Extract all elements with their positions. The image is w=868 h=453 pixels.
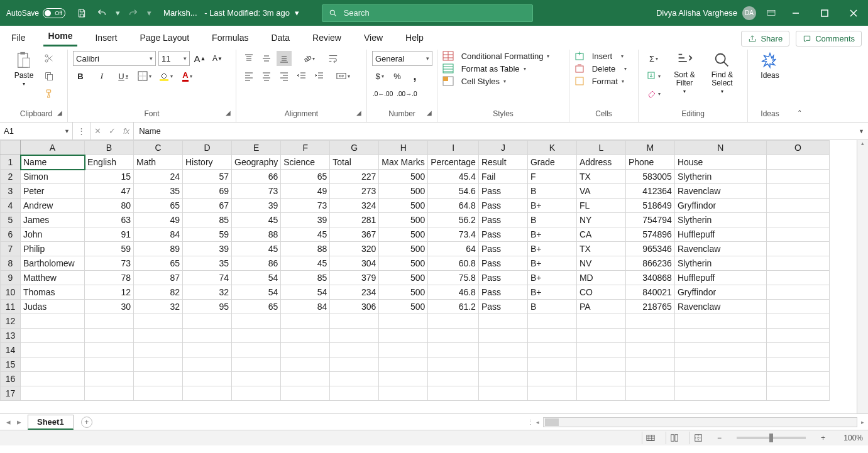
cell-F8[interactable]: 45 [281,256,330,271]
cell-D16[interactable] [183,372,232,386]
cell-D1[interactable]: History [183,155,232,170]
cell-E3[interactable]: 73 [232,184,281,199]
alignment-launcher[interactable]: ◢ [356,109,361,116]
cell-J6[interactable]: Pass [478,227,527,242]
col-header-G[interactable]: G [330,141,379,155]
cell-A15[interactable] [21,357,85,372]
row-header-2[interactable]: 2 [1,170,21,184]
cell-I16[interactable] [428,372,479,386]
cell-E14[interactable] [232,343,281,357]
cell-B4[interactable]: 80 [85,199,134,213]
cell-O12[interactable] [766,314,829,329]
cell-K5[interactable]: B [527,213,576,227]
cell-N3[interactable]: Ravenclaw [674,184,766,199]
cell-E7[interactable]: 45 [232,242,281,256]
cell-H4[interactable]: 500 [379,199,428,213]
cell-M6[interactable]: 574896 [625,227,674,242]
paste-button[interactable]: Paste ▾ [10,51,38,87]
cell-N6[interactable]: Hufflepuff [674,227,766,242]
cell-H14[interactable] [379,343,428,357]
number-format-combo[interactable]: General▾ [372,51,432,66]
copy-button[interactable] [41,68,57,84]
zoom-in-button[interactable]: + [817,434,829,442]
cell-O4[interactable] [766,199,829,213]
cell-L11[interactable]: PA [576,300,625,314]
font-color-button[interactable]: A▾ [180,68,195,84]
cell-L6[interactable]: CA [576,227,625,242]
col-header-M[interactable]: M [625,141,674,155]
cell-N10[interactable]: Gryffindor [674,285,766,300]
cell-G8[interactable]: 304 [330,256,379,271]
cell-F4[interactable]: 73 [281,199,330,213]
cell-D4[interactable]: 67 [183,199,232,213]
cell-N7[interactable]: Ravenclaw [674,242,766,256]
cell-F7[interactable]: 88 [281,242,330,256]
col-header-F[interactable]: F [281,141,330,155]
cell-H7[interactable]: 500 [379,242,428,256]
cell-J1[interactable]: Result [478,155,527,170]
cell-G16[interactable] [330,372,379,386]
cell-B13[interactable] [85,329,134,343]
cell-L2[interactable]: TX [576,170,625,184]
align-right-button[interactable] [277,68,292,84]
font-launcher[interactable]: ◢ [226,109,231,116]
cell-H17[interactable] [379,386,428,401]
cell-A13[interactable] [21,329,85,343]
find-select-button[interactable]: Find & Select▾ [705,51,739,94]
cell-M2[interactable]: 583005 [625,170,674,184]
cell-H2[interactable]: 500 [379,170,428,184]
cell-G11[interactable]: 306 [330,300,379,314]
cell-L17[interactable] [576,386,625,401]
cell-H1[interactable]: Max Marks [379,155,428,170]
cell-J2[interactable]: Fail [478,170,527,184]
row-header-5[interactable]: 5 [1,213,21,227]
cell-N14[interactable] [674,343,766,357]
ribbon-tab-file[interactable]: File [6,29,31,46]
cell-L1[interactable]: Address [576,155,625,170]
cell-M16[interactable] [625,372,674,386]
cell-L15[interactable] [576,357,625,372]
row-header-17[interactable]: 17 [1,386,21,401]
underline-button[interactable]: U▾ [116,68,131,84]
cell-J11[interactable]: Pass [478,300,527,314]
cell-A14[interactable] [21,343,85,357]
cancel-formula-icon[interactable]: ✕ [94,126,101,136]
undo-split-icon[interactable]: ▾ [112,3,123,23]
cell-K2[interactable]: F [527,170,576,184]
cell-L16[interactable] [576,372,625,386]
cell-N15[interactable] [674,357,766,372]
cell-G12[interactable] [330,314,379,329]
cell-I14[interactable] [428,343,479,357]
sheet-nav-next[interactable]: ▸ [17,417,21,427]
cell-B8[interactable]: 73 [85,256,134,271]
col-header-O[interactable]: O [766,141,829,155]
italic-button[interactable]: I [94,68,109,84]
cell-I5[interactable]: 56.2 [428,213,479,227]
cell-O2[interactable] [766,170,829,184]
increase-indent-button[interactable] [312,68,327,84]
col-header-N[interactable]: N [674,141,766,155]
col-header-J[interactable]: J [478,141,527,155]
decrease-font-button[interactable]: A▼ [210,51,225,66]
cell-B17[interactable] [85,386,134,401]
cell-C11[interactable]: 32 [134,300,183,314]
cell-M7[interactable]: 965346 [625,242,674,256]
cell-J4[interactable]: Pass [478,199,527,213]
col-header-I[interactable]: I [428,141,479,155]
zoom-level[interactable]: 100% [835,434,863,442]
cell-L10[interactable]: CO [576,285,625,300]
close-button[interactable] [839,0,868,26]
conditional-formatting-button[interactable]: Conditional Formatting▾ [442,51,549,61]
cell-O11[interactable] [766,300,829,314]
cell-B1[interactable]: English [85,155,134,170]
cell-M15[interactable] [625,357,674,372]
cell-N4[interactable]: Gryffindor [674,199,766,213]
cell-D5[interactable]: 85 [183,213,232,227]
cut-button[interactable] [41,51,57,66]
ribbon-tab-home[interactable]: Home [43,27,78,46]
cell-G2[interactable]: 227 [330,170,379,184]
cell-C2[interactable]: 24 [134,170,183,184]
cell-I4[interactable]: 64.8 [428,199,479,213]
cell-J10[interactable]: Pass [478,285,527,300]
cell-L12[interactable] [576,314,625,329]
